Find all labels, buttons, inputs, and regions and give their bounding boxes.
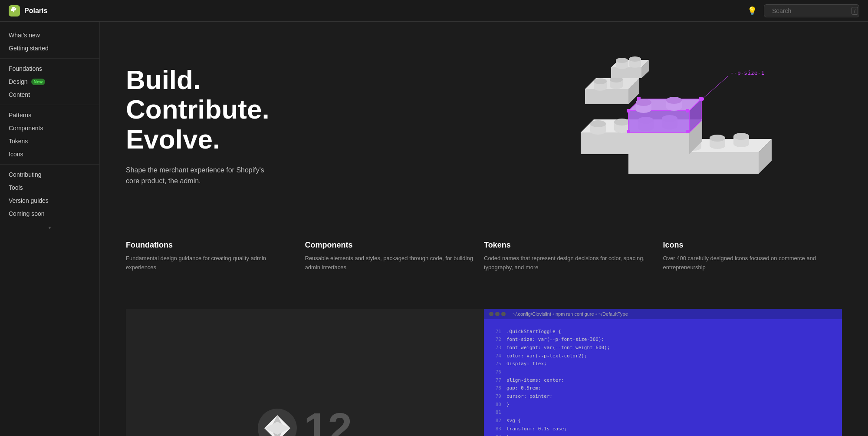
sidebar-item-components[interactable]: Components: [0, 122, 99, 135]
svg-rect-60: [686, 109, 689, 112]
hero-section: Build. Contribute. Evolve. Shape the mer…: [100, 22, 868, 230]
feature-card-components[interactable]: Components Reusable elements and styles,…: [305, 230, 484, 283]
polaris-diamond-icon: [258, 409, 297, 436]
sidebar-item-tools[interactable]: Tools: [0, 181, 99, 194]
editor-tab: ~/.config/Clovislint ◦ npm run configure…: [513, 311, 628, 317]
hero-subtitle: Shape the merchant experience for Shopif…: [126, 165, 291, 187]
line-number: 76: [493, 368, 501, 377]
hero-title: Build. Contribute. Evolve.: [126, 65, 484, 154]
line-number: 73: [493, 344, 501, 352]
svg-point-52: [629, 56, 641, 62]
layout: What's new Getting started Foundations D…: [0, 22, 868, 436]
line-number: 84: [493, 433, 501, 436]
sidebar-item-foundations[interactable]: Foundations: [0, 62, 99, 75]
line-number: 81: [493, 409, 501, 417]
sidebar-section-footer: Contributing Tools Version guides Coming…: [0, 168, 99, 220]
topbar: Polaris 💡 /: [0, 0, 868, 22]
svg-point-72: [700, 97, 704, 101]
version-number: 12: [304, 406, 352, 436]
svg-point-70: [666, 97, 682, 104]
code-line: 84}: [493, 433, 833, 436]
svg-point-28: [614, 119, 630, 126]
line-code: cursor: pointer;: [506, 393, 552, 401]
line-number: 77: [493, 377, 501, 385]
code-preview: 71.QuickStartToggle {72 font-size: var(-…: [484, 319, 842, 436]
sidebar: What's new Getting started Foundations D…: [0, 22, 100, 436]
sidebar-item-getting-started[interactable]: Getting started: [0, 42, 99, 55]
hero-image: --p-size-1: [484, 48, 842, 204]
lego-illustration: --p-size-1: [542, 48, 785, 204]
ctrl-dot-3: [501, 312, 506, 316]
sidebar-divider-2: [0, 105, 99, 105]
svg-marker-3: [628, 152, 759, 174]
sidebar-section-main: Foundations Design New Content: [0, 62, 99, 101]
line-number: 75: [493, 360, 501, 368]
svg-rect-64: [686, 130, 689, 133]
topbar-right: 💡 /: [747, 4, 859, 17]
svg-marker-36: [585, 89, 628, 104]
line-code: font-weight: var(--font-weight-600);: [506, 344, 610, 352]
sidebar-item-tokens[interactable]: Tokens: [0, 135, 99, 148]
line-number: 78: [493, 384, 501, 393]
line-code: svg {: [506, 417, 521, 425]
line-number: 74: [493, 352, 501, 360]
sidebar-item-contributing[interactable]: Contributing: [0, 168, 99, 181]
code-line: 83 transform: 0.1s ease;: [493, 425, 833, 433]
svg-point-25: [590, 120, 606, 127]
svg-line-71: [702, 76, 728, 99]
scroll-indicator: ▼: [0, 224, 99, 232]
main-content: Build. Contribute. Evolve. Shape the mer…: [100, 22, 868, 436]
code-line: 72 font-size: var(--p-font-size-300);: [493, 336, 833, 344]
line-number: 80: [493, 401, 501, 409]
sidebar-item-whats-new[interactable]: What's new: [0, 29, 99, 42]
sidebar-section-top: What's new Getting started: [0, 29, 99, 55]
svg-point-49: [616, 58, 628, 63]
line-code: font-size: var(--p-font-size-300);: [506, 336, 604, 344]
new-badge: New: [31, 79, 46, 85]
sidebar-item-patterns[interactable]: Patterns: [0, 109, 99, 122]
hero-text: Build. Contribute. Evolve. Shape the mer…: [126, 65, 484, 187]
line-code: transform: 0.1s ease;: [506, 425, 567, 433]
feature-card-foundations[interactable]: Foundations Fundamental design guidance …: [126, 230, 305, 283]
shopify-logo-icon: [9, 5, 20, 17]
code-line: 77 align-items: center;: [493, 377, 833, 385]
search-input[interactable]: [772, 7, 848, 14]
code-line: 75 display: flex;: [493, 360, 833, 368]
sidebar-item-design[interactable]: Design New: [0, 75, 99, 88]
line-code: }: [506, 433, 510, 436]
version-badge: 12: [258, 406, 352, 436]
sidebar-section-resources: Patterns Components Tokens Icons: [0, 109, 99, 161]
line-code: align-items: center;: [506, 377, 564, 385]
search-box[interactable]: /: [764, 4, 859, 17]
code-line: 82svg {: [493, 417, 833, 425]
sidebar-item-icons[interactable]: Icons: [0, 148, 99, 161]
line-code: color: var(--p-text-color2);: [506, 352, 587, 360]
feature-card-tokens[interactable]: Tokens Coded names that represent design…: [484, 230, 663, 283]
version-card: 12: [126, 309, 484, 436]
sidebar-item-version-guides[interactable]: Version guides: [0, 194, 99, 207]
sidebar-item-content[interactable]: Content: [0, 88, 99, 101]
line-number: 82: [493, 417, 501, 425]
svg-point-40: [594, 78, 607, 84]
svg-text:--p-size-1: --p-size-1: [730, 69, 764, 76]
svg-point-67: [636, 99, 651, 106]
svg-marker-45: [611, 67, 641, 78]
code-line: 74 color: var(--p-text-color2);: [493, 352, 833, 360]
line-code: .QuickStartToggle {: [506, 328, 561, 336]
sidebar-item-coming-soon[interactable]: Coming soon: [0, 207, 99, 220]
code-editor-bar: ~/.config/Clovislint ◦ npm run configure…: [484, 309, 842, 319]
bulb-icon[interactable]: 💡: [747, 6, 757, 16]
svg-rect-0: [9, 5, 20, 17]
editor-controls: [489, 312, 506, 316]
line-number: 71: [493, 328, 501, 336]
svg-point-16: [710, 135, 725, 142]
line-number: 83: [493, 425, 501, 433]
line-code: gap: 0.5rem;: [506, 384, 541, 393]
line-number: 79: [493, 393, 501, 401]
svg-marker-21: [581, 132, 689, 154]
code-line: 81: [493, 409, 833, 417]
code-line: 71.QuickStartToggle {: [493, 328, 833, 336]
code-line: 76: [493, 368, 833, 377]
feature-card-icons[interactable]: Icons Over 400 carefully designed icons …: [663, 230, 842, 283]
ctrl-dot-2: [495, 312, 500, 316]
